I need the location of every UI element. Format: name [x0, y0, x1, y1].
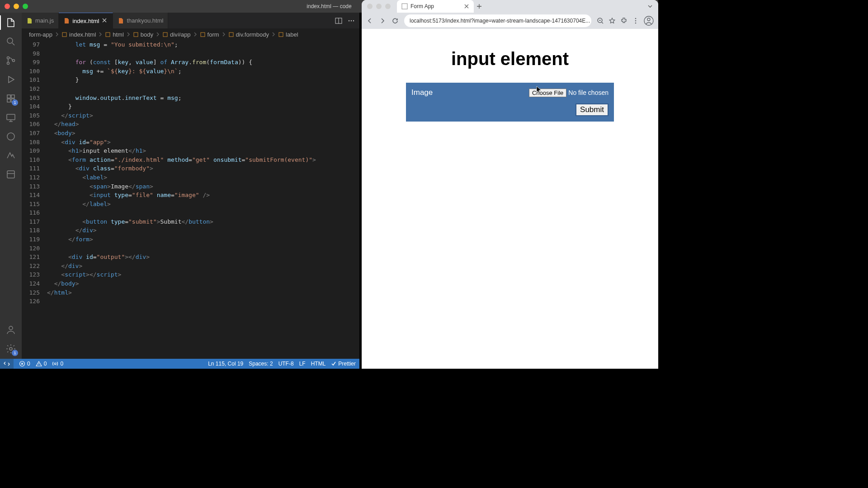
- code-line[interactable]: </form>: [47, 235, 359, 244]
- code-line[interactable]: </body>: [47, 279, 359, 288]
- tab-label: thankyou.html: [127, 17, 163, 24]
- code-line[interactable]: </div>: [47, 262, 359, 271]
- browser-minimize-button[interactable]: [376, 4, 382, 9]
- activity-extra-1-icon[interactable]: [5, 131, 16, 142]
- code-line[interactable]: <body>: [47, 129, 359, 138]
- line-number: 112: [22, 173, 40, 182]
- errors-count[interactable]: 0: [19, 361, 30, 367]
- close-window-button[interactable]: [5, 4, 10, 9]
- run-debug-icon[interactable]: [5, 74, 16, 85]
- warnings-count[interactable]: 0: [36, 361, 47, 367]
- breadcrumb-html[interactable]: html: [105, 31, 124, 38]
- address-bar[interactable]: localhost:5173/index.html?image=water-st…: [404, 14, 591, 27]
- activity-extra-3-icon[interactable]: [5, 169, 16, 180]
- breadcrumb-icon: [162, 32, 168, 38]
- code-line[interactable]: <input type="file" name="image" />: [47, 191, 359, 200]
- more-actions-icon[interactable]: [348, 17, 355, 24]
- breadcrumb-index-html[interactable]: index.html: [61, 31, 96, 38]
- activity-extra-2-icon[interactable]: [5, 150, 16, 161]
- code-line[interactable]: }: [47, 102, 359, 111]
- close-tab-icon[interactable]: [464, 4, 469, 9]
- bookmark-star-icon[interactable]: [609, 17, 616, 24]
- choose-file-button[interactable]: Choose File: [529, 89, 566, 97]
- code-line[interactable]: [47, 244, 359, 253]
- code-line[interactable]: <script></script>: [47, 270, 359, 279]
- code-line[interactable]: [47, 208, 359, 217]
- code-line[interactable]: <h1>input element</h1>: [47, 146, 359, 155]
- file-status-text: No file chosen: [568, 89, 609, 96]
- remote-explorer-icon[interactable]: [5, 112, 16, 123]
- back-button[interactable]: [366, 17, 373, 24]
- submit-button[interactable]: Submit: [576, 103, 609, 116]
- code-line[interactable]: </head>: [47, 120, 359, 129]
- profile-avatar[interactable]: [644, 16, 654, 26]
- search-icon[interactable]: [5, 36, 16, 47]
- breadcrumb-form[interactable]: form: [200, 31, 219, 38]
- svg-point-28: [635, 18, 637, 19]
- source-control-icon[interactable]: [5, 55, 16, 66]
- editor-tab-main-js[interactable]: main.js: [22, 13, 59, 28]
- code-line[interactable]: </html>: [47, 288, 359, 297]
- code-line[interactable]: [47, 49, 359, 58]
- editor-tab-thankyou-html[interactable]: thankyou.html: [113, 13, 168, 28]
- cursor-position[interactable]: Ln 115, Col 19: [208, 361, 243, 367]
- browser-close-button[interactable]: [367, 4, 373, 9]
- svg-rect-22: [229, 33, 233, 37]
- indentation[interactable]: Spaces: 2: [249, 361, 273, 367]
- menu-dots-icon[interactable]: [632, 17, 639, 24]
- breadcrumb-div-app[interactable]: div#app: [162, 31, 191, 38]
- settings-gear-icon[interactable]: 1: [5, 343, 16, 354]
- language-mode[interactable]: HTML: [311, 361, 326, 367]
- port-count[interactable]: 0: [52, 361, 63, 367]
- zoom-icon[interactable]: [597, 17, 604, 24]
- editor-tab-index-html[interactable]: index.html: [59, 13, 113, 28]
- svg-point-25: [54, 363, 56, 365]
- code-line[interactable]: </div>: [47, 226, 359, 235]
- maximize-window-button[interactable]: [23, 4, 28, 9]
- remote-indicator[interactable]: [0, 359, 14, 369]
- code-line[interactable]: [47, 297, 359, 306]
- code-line[interactable]: <div id="app">: [47, 138, 359, 147]
- code-line[interactable]: [47, 84, 359, 94]
- code-line[interactable]: for (const [key, value] of Array.from(fo…: [47, 58, 359, 67]
- browser-tab[interactable]: Form App: [397, 0, 474, 13]
- breadcrumb-icon: [105, 32, 111, 38]
- minimize-window-button[interactable]: [14, 4, 19, 9]
- svg-rect-4: [7, 95, 10, 98]
- breadcrumb-form-app[interactable]: form-app: [29, 31, 52, 38]
- account-icon[interactable]: [5, 324, 16, 335]
- breadcrumb-body[interactable]: body: [133, 31, 153, 38]
- code-line[interactable]: <span>Image</span>: [47, 182, 359, 191]
- svg-point-2: [7, 62, 9, 65]
- reload-button[interactable]: [392, 17, 399, 24]
- browser-maximize-button[interactable]: [385, 4, 391, 9]
- code-line[interactable]: </label>: [47, 200, 359, 209]
- tab-overflow-icon[interactable]: [645, 3, 656, 9]
- code-line[interactable]: <div class="formbody">: [47, 164, 359, 173]
- new-tab-button[interactable]: [474, 4, 485, 9]
- extensions-puzzle-icon[interactable]: [620, 17, 627, 24]
- code-line[interactable]: }: [47, 75, 359, 84]
- close-tab-icon[interactable]: [102, 18, 108, 24]
- code-line[interactable]: </script>: [47, 111, 359, 120]
- code-line[interactable]: <label>: [47, 173, 359, 182]
- encoding[interactable]: UTF-8: [278, 361, 294, 367]
- eol[interactable]: LF: [299, 361, 306, 367]
- breadcrumb-div-formbody[interactable]: div.formbody: [228, 31, 269, 38]
- breadcrumb-label[interactable]: label: [278, 31, 298, 38]
- code-line[interactable]: <button type="submit">Submit</button>: [47, 217, 359, 226]
- split-editor-icon[interactable]: [335, 17, 342, 24]
- forward-button[interactable]: [379, 17, 386, 24]
- code-line[interactable]: msg += `${key}: ${value}\n`;: [47, 67, 359, 76]
- svg-rect-19: [134, 33, 138, 37]
- breadcrumbs[interactable]: form-appindex.htmlhtmlbodydiv#appformdiv…: [22, 28, 359, 40]
- line-number: 104: [22, 102, 40, 111]
- code-line[interactable]: <div id="output"></div>: [47, 253, 359, 262]
- code-line[interactable]: let msg = "You submitted:\n";: [47, 40, 359, 49]
- code-line[interactable]: <form action="./index.html" method="get"…: [47, 155, 359, 164]
- code-line[interactable]: window.output.innerText = msg;: [47, 94, 359, 103]
- formatter[interactable]: Prettier: [331, 361, 356, 367]
- extensions-icon[interactable]: 1: [5, 93, 16, 104]
- explorer-icon[interactable]: [5, 17, 16, 28]
- code-editor[interactable]: 9798991001011021031041051061071081091101…: [22, 40, 359, 359]
